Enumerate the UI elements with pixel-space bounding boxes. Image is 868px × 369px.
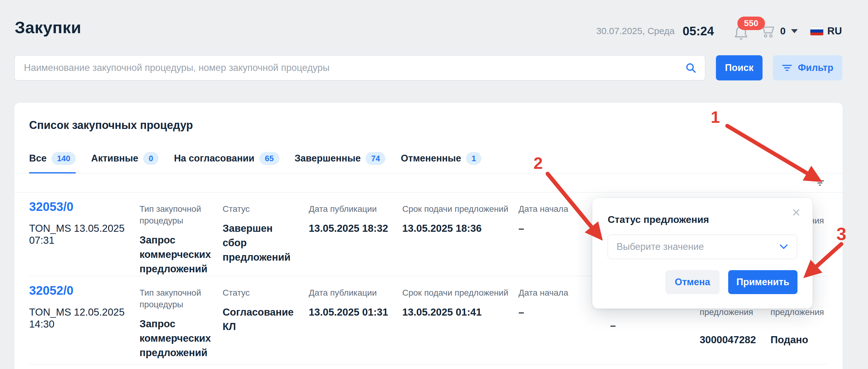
language-label: RU bbox=[827, 25, 842, 37]
language-switcher[interactable]: RU bbox=[810, 25, 842, 37]
current-date: 30.07.2025, Среда bbox=[596, 26, 675, 36]
cell-value: 13.05.2025 18:36 bbox=[402, 221, 511, 235]
column-filter-icon[interactable] bbox=[815, 179, 824, 186]
cell-label: Статус bbox=[223, 287, 301, 299]
table-cell: Тип закупочной процедуры Запрос коммерче… bbox=[140, 284, 223, 364]
search-input[interactable] bbox=[24, 62, 685, 74]
tab-label: Завершенные bbox=[294, 153, 361, 164]
cell-value: 3000047282 bbox=[700, 333, 763, 347]
search-icon[interactable] bbox=[685, 62, 697, 74]
procedure-number-link[interactable]: 32053/0 bbox=[29, 200, 73, 214]
status-select-placeholder: Выберите значение bbox=[617, 241, 704, 252]
tab[interactable]: Отмененные 1 bbox=[401, 152, 482, 173]
procedure-number-cell: 32053/0 TON_MS 13.05.2025 07:31 bbox=[29, 200, 140, 276]
table-cell: Тип закупочной процедуры Запрос коммерче… bbox=[140, 200, 223, 276]
cell-value: – bbox=[610, 318, 692, 333]
tab-label: Отмененные bbox=[401, 153, 461, 164]
tab-count-badge: 0 bbox=[143, 152, 158, 165]
table-cell: Срок подачи предложений 13.05.2025 01:41 bbox=[402, 284, 519, 364]
cell-label: Дата начала bbox=[519, 287, 603, 299]
tab-count-badge: 1 bbox=[466, 152, 482, 165]
cell-label: Дата публикации bbox=[309, 287, 395, 299]
search-box bbox=[14, 55, 705, 80]
procedure-subtitle: TON_MS 13.05.2025 07:31 bbox=[29, 222, 130, 246]
cart-button[interactable]: 0 bbox=[760, 23, 798, 39]
status-select[interactable]: Выберите значение bbox=[608, 234, 797, 259]
offer-status-filter-popup: Статус предложения ✕ Выберите значение О… bbox=[592, 198, 812, 309]
filter-button-label: Фильтр bbox=[798, 62, 833, 74]
notifications-button[interactable]: 550 bbox=[733, 20, 751, 42]
close-icon[interactable]: ✕ bbox=[792, 207, 801, 218]
tab[interactable]: Активные 0 bbox=[91, 152, 158, 173]
cell-value: 13.05.2025 18:32 bbox=[309, 221, 395, 235]
chevron-down-icon bbox=[791, 29, 798, 33]
table-filter-strip bbox=[14, 173, 842, 193]
cell-value: Запрос коммерческих предложений bbox=[140, 316, 215, 360]
procedure-number-cell: 32052/0 TON_MS 12.05.2025 14:30 bbox=[29, 284, 140, 364]
apply-button[interactable]: Применить bbox=[728, 270, 798, 294]
chevron-down-icon bbox=[779, 244, 788, 250]
cancel-button[interactable]: Отмена bbox=[665, 270, 720, 294]
current-time: 05:24 bbox=[682, 24, 714, 38]
table-row-partial bbox=[29, 364, 828, 369]
cell-label: Дата публикации bbox=[309, 203, 395, 215]
tab[interactable]: Завершенные 74 bbox=[294, 152, 386, 173]
search-button[interactable]: Поиск bbox=[716, 55, 763, 80]
cell-label: Тип закупочной процедуры bbox=[140, 287, 215, 310]
ru-flag-icon bbox=[810, 26, 824, 36]
cell-value: 13.05.2025 01:31 bbox=[309, 305, 395, 319]
table-cell: Дата публикации 13.05.2025 01:31 bbox=[309, 284, 402, 364]
cell-label: Срок подачи предложений bbox=[402, 287, 511, 299]
table-cell: Срок подачи предложений 13.05.2025 18:36 bbox=[402, 200, 519, 276]
card-heading: Список закупочных процедур bbox=[29, 103, 828, 132]
table-cell: Дата публикации 13.05.2025 18:32 bbox=[309, 200, 402, 276]
notifications-count-badge: 550 bbox=[737, 17, 765, 30]
tab-label: На согласовании bbox=[174, 153, 254, 164]
cart-count: 0 bbox=[780, 26, 786, 37]
table-cell: Статус Завершен сбор предложений bbox=[223, 200, 309, 276]
popup-title: Статус предложения bbox=[608, 214, 797, 225]
cell-value: Запрос коммерческих предложений bbox=[140, 233, 215, 276]
popup-footer: Отмена Применить bbox=[665, 270, 798, 294]
top-right-controls: 30.07.2025, Среда 05:24 550 0 RU bbox=[596, 20, 842, 42]
cell-value: 13.05.2025 01:41 bbox=[402, 305, 511, 319]
tab-label: Активные bbox=[91, 153, 138, 164]
table-cell: Статус Согласование КЛ bbox=[223, 284, 309, 364]
cell-label: Срок подачи предложений bbox=[402, 203, 511, 215]
tab-count-badge: 140 bbox=[52, 152, 76, 165]
tab[interactable]: Все 140 bbox=[29, 152, 76, 173]
page-title: Закупки bbox=[15, 18, 81, 37]
search-row: Поиск Фильтр bbox=[0, 55, 868, 80]
cell-label: Статус bbox=[223, 203, 301, 215]
cell-label: Тип закупочной процедуры bbox=[140, 203, 215, 227]
tab-count-badge: 65 bbox=[259, 152, 279, 165]
cell-label: Дата начала bbox=[519, 203, 603, 215]
cell-value: – bbox=[519, 221, 603, 235]
cell-value: Согласование КЛ bbox=[223, 305, 299, 334]
cell-value: Завершен сбор предложений bbox=[223, 221, 299, 264]
top-bar: Закупки 30.07.2025, Среда 05:24 550 0 RU bbox=[0, 0, 868, 42]
procedure-number-link[interactable]: 32052/0 bbox=[29, 284, 73, 297]
cell-value: – bbox=[519, 305, 603, 319]
tab-label: Все bbox=[29, 153, 46, 164]
procedure-subtitle: TON_MS 12.05.2025 14:30 bbox=[29, 306, 130, 330]
filter-button[interactable]: Фильтр bbox=[773, 55, 842, 80]
filter-icon bbox=[782, 64, 792, 72]
tabs: Все 140 Активные 0 На согласовании 65 За… bbox=[14, 152, 842, 173]
tab[interactable]: На согласовании 65 bbox=[174, 152, 279, 173]
cell-value: Подано bbox=[771, 333, 820, 347]
tab-count-badge: 74 bbox=[366, 152, 385, 165]
